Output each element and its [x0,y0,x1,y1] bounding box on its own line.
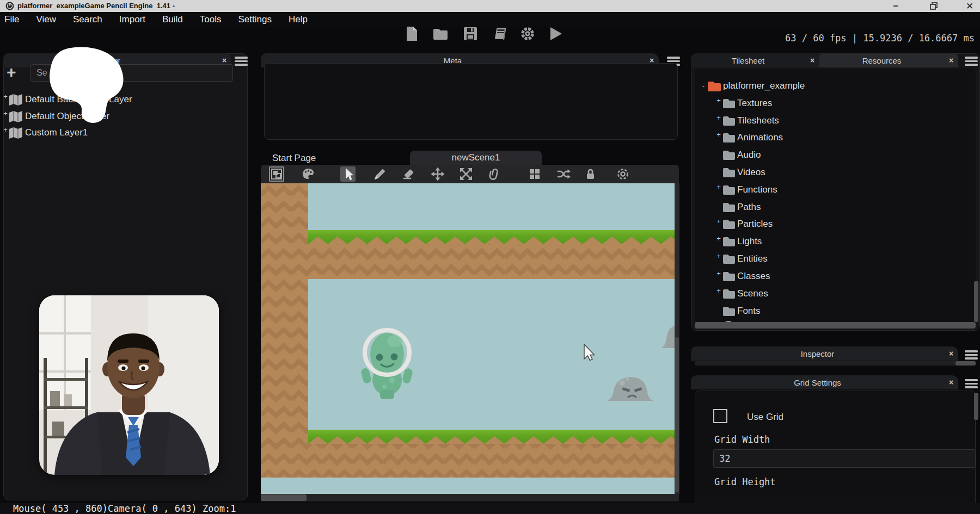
canvas-hscrollbar[interactable] [261,494,679,501]
tree-item[interactable]: Fonts [715,304,761,318]
docs-book-button[interactable] [490,25,507,42]
run-play-button[interactable] [547,25,565,42]
tab-start-page[interactable]: Start Page [272,153,316,164]
tree-item-project[interactable]: - platformer_example [700,79,805,93]
inspector-close-icon[interactable]: × [944,349,958,358]
menu-tools[interactable]: Tools [200,14,222,25]
layer-editor-menu-icon[interactable] [235,55,248,67]
resources-menu-icon[interactable] [965,55,978,67]
menu-help[interactable]: Help [289,14,308,25]
tree-item[interactable]: + Tilesheets [715,114,779,128]
grid-settings-tab[interactable]: Grid Settings × [691,375,958,389]
pencil-tool[interactable] [372,166,388,182]
engine-settings-button[interactable] [519,25,536,42]
meta-text-area[interactable] [264,63,678,140]
menu-search[interactable]: Search [73,14,102,25]
scene-canvas-tool[interactable] [269,166,284,182]
folder-icon [722,166,736,178]
tab-resources[interactable]: Resources × [819,53,958,67]
docs-book-icon [491,26,507,41]
tree-item[interactable]: + Animations [715,131,783,145]
fps-counter: 63 / 60 fps | 15.9236 / 16.6667 ms [785,33,975,44]
menu-settings[interactable]: Settings [238,14,272,25]
folder-icon [722,97,736,109]
resources-close-icon[interactable]: × [944,56,958,65]
open-folder-button[interactable] [432,25,449,42]
expand-icon[interactable]: + [2,92,9,101]
inspector-tab[interactable]: Inspector × [691,346,958,361]
paperclip-icon [487,167,501,181]
tab-tilesheet[interactable]: Tilesheet × [691,53,819,67]
map-layer-icon [9,93,23,107]
dirt-column [261,183,308,478]
status-coordinates: Mouse( 453 , 860)Camera( 0 , 643) Zoom:1 [13,503,236,514]
map-layer-icon [9,110,23,123]
save-button[interactable] [462,25,479,42]
resize-icon [459,167,473,181]
resize-tool[interactable] [458,166,474,182]
use-grid-checkbox[interactable] [713,409,727,423]
inspector-hscrollbar-thumb[interactable] [955,361,976,366]
inspector-hscrollbar[interactable] [695,361,976,366]
resources-vscrollbar-thumb[interactable] [974,281,978,322]
folder-icon [722,236,736,247]
scene-canvas[interactable] [261,183,675,494]
grid-settings-title: Grid Settings [691,378,944,387]
move-tool[interactable] [430,166,445,182]
new-file-icon [404,26,419,42]
tree-item[interactable]: + Scenes [715,287,768,301]
new-file-button[interactable] [403,25,420,42]
palette-icon [301,167,315,181]
grid-settings-close-icon[interactable]: × [944,378,958,387]
os-titlebar: platformer_exampleGame Pencil Engine 1.4… [0,0,980,12]
minimize-icon: – [893,1,898,11]
shuffle-tool[interactable] [555,166,571,182]
webcam-overlay [39,295,219,475]
gear-icon [520,26,535,41]
grid-settings-menu-icon[interactable] [965,377,978,390]
cursor-icon [341,167,355,181]
menu-import[interactable]: Import [119,14,145,25]
tree-item[interactable]: + Functions [715,183,777,197]
menu-build[interactable]: Build [162,14,183,25]
tree-item[interactable]: Paths [715,200,761,214]
palette-tool[interactable] [301,166,316,182]
tree-item[interactable]: + Lights [715,234,762,249]
expand-icon[interactable]: + [2,109,9,117]
tree-item[interactable]: Videos [715,165,765,179]
tab-newscene1[interactable]: newScene1 [410,151,542,165]
resources-hscrollbar[interactable] [695,322,976,329]
tilesheet-close-icon[interactable]: × [805,56,819,65]
tree-item[interactable]: + Entities [715,252,768,266]
attach-tool[interactable] [487,166,502,182]
add-layer-button[interactable]: + [7,64,16,80]
tree-item[interactable]: + Classes [715,269,770,283]
folder-icon [722,288,736,300]
tree-item[interactable]: + Particles [715,217,773,231]
folder-icon [722,184,736,196]
tree-item[interactable]: + Textures [715,96,772,110]
lock-tool[interactable] [583,166,598,182]
menu-view[interactable]: View [36,14,56,25]
inspector-menu-icon[interactable] [965,349,978,361]
inspector-title: Inspector [691,349,944,358]
close-icon: ✕ [966,1,973,12]
menu-file[interactable]: File [4,14,19,25]
canvas-vscrollbar-thumb[interactable] [675,337,679,492]
tree-item[interactable]: Audio [715,148,761,162]
close-window-button[interactable]: ✕ [961,1,978,11]
folder-icon [722,132,736,144]
scene-settings-tool[interactable] [615,166,630,182]
select-cursor-tool[interactable] [340,166,356,182]
restore-button[interactable] [926,1,942,11]
grid-width-input[interactable] [713,449,976,468]
move-icon [431,167,445,181]
open-folder-icon [432,27,449,41]
layer-editor-close-icon[interactable]: × [217,56,231,65]
expand-icon[interactable]: + [2,126,9,134]
grid-vscrollbar-thumb[interactable] [974,393,978,420]
eraser-tool[interactable] [401,166,416,182]
minimize-button[interactable]: – [887,1,904,11]
tiles-tool[interactable] [527,166,542,182]
canvas-hscrollbar-thumb[interactable] [261,494,307,501]
